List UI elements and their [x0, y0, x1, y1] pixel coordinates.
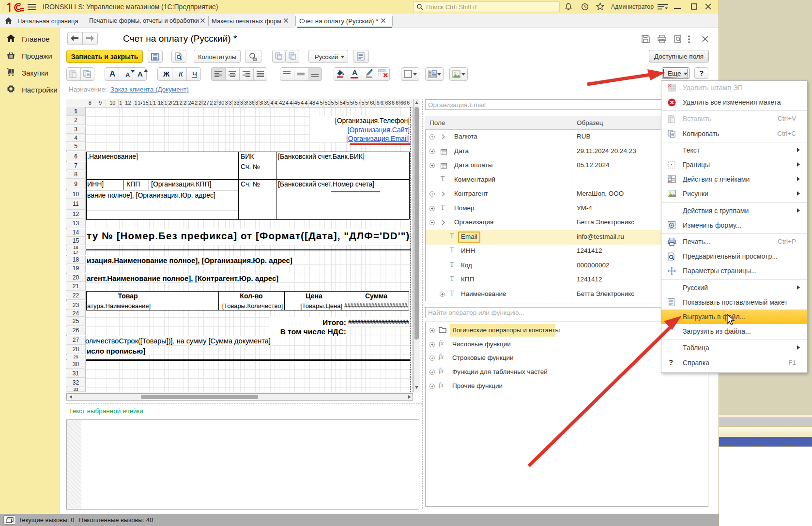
svg-text:R: R — [433, 71, 436, 74]
